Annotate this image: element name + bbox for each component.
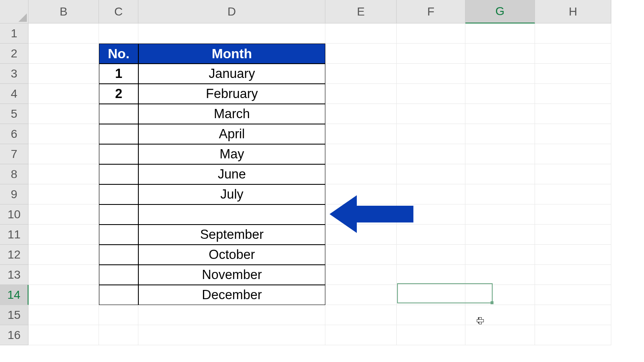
cell-g3[interactable] — [465, 64, 535, 84]
table-cell-month-1[interactable]: January — [138, 64, 325, 84]
cell-f13[interactable] — [397, 265, 465, 285]
cell-d15[interactable] — [138, 305, 325, 325]
cell-f15[interactable] — [397, 305, 465, 325]
cell-h3[interactable] — [535, 64, 611, 84]
select-all-corner[interactable] — [0, 0, 29, 23]
row-header-9[interactable]: 9 — [0, 184, 29, 204]
cell-e14[interactable] — [325, 285, 397, 305]
cell-b11[interactable] — [29, 225, 99, 245]
cell-b14[interactable] — [29, 285, 99, 305]
cell-c16[interactable] — [99, 325, 138, 345]
table-cell-no-7[interactable] — [99, 184, 138, 204]
col-header-b[interactable]: B — [29, 0, 99, 23]
row-header-11[interactable]: 11 — [0, 225, 29, 245]
table-cell-month-9[interactable]: September — [138, 225, 325, 245]
row-header-4[interactable]: 4 — [0, 84, 29, 104]
cell-f5[interactable] — [397, 104, 465, 124]
cell-e15[interactable] — [325, 305, 397, 325]
cell-g11[interactable] — [465, 225, 535, 245]
col-header-e[interactable]: E — [325, 0, 397, 23]
table-header-no[interactable]: No. — [99, 44, 138, 64]
cell-h5[interactable] — [535, 104, 611, 124]
table-cell-month-2[interactable]: February — [138, 84, 325, 104]
row-header-13[interactable]: 13 — [0, 265, 29, 285]
table-cell-no-6[interactable] — [99, 164, 138, 184]
cell-h8[interactable] — [535, 164, 611, 184]
cell-b10[interactable] — [29, 204, 99, 225]
table-cell-month-5[interactable]: May — [138, 144, 325, 164]
cell-h14[interactable] — [535, 285, 611, 305]
row-header-8[interactable]: 8 — [0, 164, 29, 184]
cell-e8[interactable] — [325, 164, 397, 184]
table-cell-no-1[interactable]: 1 — [99, 64, 138, 84]
cell-e12[interactable] — [325, 245, 397, 265]
cell-e6[interactable] — [325, 124, 397, 144]
cell-h11[interactable] — [535, 225, 611, 245]
table-cell-no-10[interactable] — [99, 245, 138, 265]
row-header-7[interactable]: 7 — [0, 144, 29, 164]
cell-b13[interactable] — [29, 265, 99, 285]
table-cell-no-3[interactable] — [99, 104, 138, 124]
cell-g15[interactable] — [465, 305, 535, 325]
cell-f16[interactable] — [397, 325, 465, 345]
cell-g9[interactable] — [465, 184, 535, 204]
cell-f14[interactable] — [397, 285, 465, 305]
cell-b12[interactable] — [29, 245, 99, 265]
cell-e5[interactable] — [325, 104, 397, 124]
cell-f1[interactable] — [397, 23, 465, 44]
cell-g16[interactable] — [465, 325, 535, 345]
cell-b9[interactable] — [29, 184, 99, 204]
row-header-14[interactable]: 14 — [0, 285, 29, 305]
table-cell-month-11[interactable]: November — [138, 265, 325, 285]
cell-e4[interactable] — [325, 84, 397, 104]
table-cell-month-8[interactable] — [138, 204, 325, 225]
cell-h6[interactable] — [535, 124, 611, 144]
table-cell-month-7[interactable]: July — [138, 184, 325, 204]
cell-b2[interactable] — [29, 44, 99, 64]
cell-g8[interactable] — [465, 164, 535, 184]
table-cell-month-12[interactable]: December — [138, 285, 325, 305]
table-cell-no-2[interactable]: 2 — [99, 84, 138, 104]
cell-b6[interactable] — [29, 124, 99, 144]
row-header-5[interactable]: 5 — [0, 104, 29, 124]
cell-g1[interactable] — [465, 23, 535, 44]
cell-b4[interactable] — [29, 84, 99, 104]
table-cell-month-4[interactable]: April — [138, 124, 325, 144]
col-header-d[interactable]: D — [138, 0, 325, 23]
cell-h15[interactable] — [535, 305, 611, 325]
row-header-16[interactable]: 16 — [0, 325, 29, 345]
table-cell-no-4[interactable] — [99, 124, 138, 144]
cell-f3[interactable] — [397, 64, 465, 84]
cell-e13[interactable] — [325, 265, 397, 285]
cell-g4[interactable] — [465, 84, 535, 104]
cell-b1[interactable] — [29, 23, 99, 44]
cell-g14[interactable] — [465, 285, 535, 305]
cell-h12[interactable] — [535, 245, 611, 265]
cell-e3[interactable] — [325, 64, 397, 84]
cell-c1[interactable] — [99, 23, 138, 44]
cell-g6[interactable] — [465, 124, 535, 144]
table-cell-month-6[interactable]: June — [138, 164, 325, 184]
cell-d16[interactable] — [138, 325, 325, 345]
cell-c15[interactable] — [99, 305, 138, 325]
cell-d1[interactable] — [138, 23, 325, 44]
cell-b7[interactable] — [29, 144, 99, 164]
col-header-c[interactable]: C — [99, 0, 138, 23]
cell-h9[interactable] — [535, 184, 611, 204]
cell-e16[interactable] — [325, 325, 397, 345]
cell-h1[interactable] — [535, 23, 611, 44]
row-header-3[interactable]: 3 — [0, 64, 29, 84]
cell-f12[interactable] — [397, 245, 465, 265]
row-header-1[interactable]: 1 — [0, 23, 29, 44]
cell-b8[interactable] — [29, 164, 99, 184]
table-cell-month-3[interactable]: March — [138, 104, 325, 124]
cell-h16[interactable] — [535, 325, 611, 345]
cell-h7[interactable] — [535, 144, 611, 164]
cell-f2[interactable] — [397, 44, 465, 64]
cell-g5[interactable] — [465, 104, 535, 124]
row-header-15[interactable]: 15 — [0, 305, 29, 325]
cell-g2[interactable] — [465, 44, 535, 64]
cell-b5[interactable] — [29, 104, 99, 124]
cell-h13[interactable] — [535, 265, 611, 285]
col-header-h[interactable]: H — [535, 0, 611, 23]
